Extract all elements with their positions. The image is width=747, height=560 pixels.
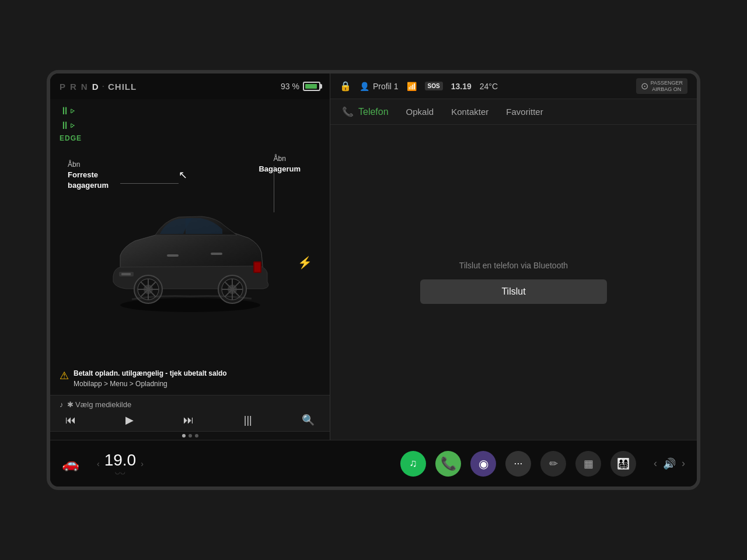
- connect-text: Tilslut en telefon via Bluetooth: [459, 261, 568, 270]
- back-trunk-label[interactable]: Åbn Bagagerum: [259, 154, 301, 174]
- separator: ·: [102, 81, 104, 92]
- media-title: ♪ ✱ Vælg mediekilde: [60, 400, 320, 409]
- phone-app-icon[interactable]: 📞: [435, 451, 461, 477]
- more-icon: ···: [514, 457, 522, 470]
- search-button[interactable]: 🔍: [302, 414, 315, 426]
- svg-rect-20: [211, 253, 222, 255]
- speed-control: ‹ 19.0 ◡◡ ›: [97, 452, 144, 475]
- tab-opkald[interactable]: Opkald: [406, 107, 434, 117]
- spotify-icon: ♫: [409, 457, 417, 470]
- warning-section: ⚠ Betalt opladn. utilgængelig - tjek ube…: [50, 362, 330, 395]
- airbag-text: PASSENGER AIRBAG ON: [651, 80, 683, 93]
- speed-value: 19.0: [104, 452, 137, 468]
- sos-badge: SOS: [425, 82, 443, 90]
- battery-icon: [303, 82, 320, 91]
- battery-percent: 93 %: [281, 82, 299, 91]
- prev-button[interactable]: ⏮: [65, 414, 76, 426]
- profile-section: 👤 Profil 1: [359, 82, 399, 91]
- connect-button[interactable]: Tilslut: [420, 279, 607, 304]
- prnd-p: P: [60, 82, 65, 92]
- equalizer-button[interactable]: |||: [244, 414, 252, 426]
- svg-rect-2: [121, 273, 131, 275]
- audio-prev-button[interactable]: ‹: [654, 457, 657, 470]
- cards-app-icon[interactable]: ▦: [575, 451, 601, 477]
- edge-label: EDGE: [60, 134, 82, 142]
- bottom-app-icons: ♫ 📞 ◉ ··· ✏ ▦ 👨‍👩‍👧‍👦: [400, 451, 636, 477]
- dot-1: [182, 434, 186, 438]
- speed-sub: ◡◡: [104, 468, 137, 475]
- warning-text: Betalt opladn. utilgængelig - tjek ubeta…: [74, 368, 227, 389]
- profile-name[interactable]: Profil 1: [373, 82, 399, 91]
- left-panel: P R N D · CHILL 93 % ⏸▷: [50, 74, 330, 440]
- phone-icon: 📞: [342, 106, 354, 117]
- dot-2: [189, 434, 192, 438]
- icon-row-2: ⏸▷: [60, 120, 320, 132]
- tab-favoritter[interactable]: Favoritter: [506, 107, 543, 117]
- drive-icon-1[interactable]: ⏸▷: [60, 105, 75, 117]
- spotify-app-icon[interactable]: ♫: [400, 451, 426, 477]
- left-icons: ⏸▷ ⏸▷ EDGE: [50, 99, 330, 148]
- svg-rect-4: [254, 262, 260, 272]
- right-panel: 🔒 👤 Profil 1 📶 SOS 13.19 24°C ⊙ PASSENGE…: [330, 74, 697, 440]
- charge-icon: ⚡: [298, 256, 312, 270]
- profile-icon: 👤: [359, 82, 369, 91]
- audio-next-button[interactable]: ›: [682, 457, 685, 470]
- volume-icon: 🔊: [663, 457, 676, 470]
- volume-control[interactable]: 🔊: [663, 457, 676, 470]
- cards-icon: ▦: [584, 457, 594, 470]
- time-display: 13.19: [451, 82, 472, 91]
- left-top-bar: P R N D · CHILL 93 %: [50, 74, 330, 99]
- right-top-bar: 🔒 👤 Profil 1 📶 SOS 13.19 24°C ⊙ PASSENGE…: [330, 74, 697, 99]
- warning-icon: ⚠: [60, 369, 69, 382]
- iris-app-icon[interactable]: ◉: [470, 451, 496, 477]
- tab-kontakter[interactable]: Kontakter: [451, 107, 488, 117]
- bottom-bar: 🚗 ‹ 19.0 ◡◡ › ♫ 📞 ◉ ··· ✏: [50, 440, 697, 487]
- car-section: Åbn Forreste bagagerum Åbn Bagagerum ↖ ⚡: [50, 148, 330, 362]
- family-icon: 👨‍👩‍👧‍👦: [617, 457, 630, 470]
- svg-rect-19: [167, 254, 179, 257]
- play-button[interactable]: ▶: [125, 414, 134, 426]
- media-section: ♪ ✱ Vælg mediekilde ⏮ ▶ ⏭ ||| 🔍: [50, 395, 330, 432]
- tab-telefon[interactable]: 📞 Telefon: [342, 106, 389, 117]
- car-icon[interactable]: 🚗: [62, 456, 79, 472]
- family-app-icon[interactable]: 👨‍👩‍👧‍👦: [610, 451, 636, 477]
- phone-content: Tilslut en telefon via Bluetooth Tilslut: [330, 125, 697, 440]
- iris-icon: ◉: [479, 457, 488, 471]
- prnd-n: N: [81, 82, 88, 92]
- bottom-right-controls: ‹ 🔊 ›: [654, 457, 685, 470]
- airbag-icon: ⊙: [641, 80, 648, 92]
- pen-app-icon[interactable]: ✏: [540, 451, 566, 477]
- back-line: [274, 166, 274, 212]
- prnd-r: R: [70, 82, 76, 92]
- phone-app-icon-symbol: 📞: [441, 456, 456, 471]
- battery-fill: [305, 84, 317, 89]
- dots-indicator: [50, 432, 330, 440]
- battery-display: 93 %: [281, 82, 320, 91]
- media-controls: ⏮ ▶ ⏭ ||| 🔍: [60, 414, 320, 426]
- speed-decrease-button[interactable]: ‹: [97, 459, 100, 468]
- cursor-icon: ↖: [179, 169, 187, 181]
- airbag-display: ⊙ PASSENGER AIRBAG ON: [636, 78, 687, 94]
- front-trunk-label[interactable]: Åbn Forreste bagagerum: [68, 160, 109, 191]
- speed-increase-button[interactable]: ›: [141, 459, 144, 468]
- pen-icon: ✏: [549, 457, 558, 470]
- icon-row-3: EDGE: [60, 134, 320, 142]
- front-line: [120, 183, 179, 184]
- wifi-icon: 📶: [407, 82, 417, 91]
- more-apps-icon[interactable]: ···: [505, 451, 531, 477]
- drive-icon-2[interactable]: ⏸▷: [60, 120, 75, 132]
- temp-display: 24°C: [480, 82, 498, 91]
- drive-mode-label: CHILL: [108, 82, 137, 92]
- music-note-icon: ♪: [60, 400, 64, 409]
- dot-3: [195, 434, 198, 438]
- phone-navigation: 📞 Telefon Opkald Kontakter Favoritter: [330, 99, 697, 125]
- icon-row-1: ⏸▷: [60, 105, 320, 117]
- prnd-display: P R N D: [60, 82, 99, 92]
- next-button[interactable]: ⏭: [183, 414, 194, 426]
- car-illustration: [97, 191, 284, 320]
- prnd-d: D: [92, 82, 99, 92]
- lock-icon: 🔒: [340, 80, 351, 92]
